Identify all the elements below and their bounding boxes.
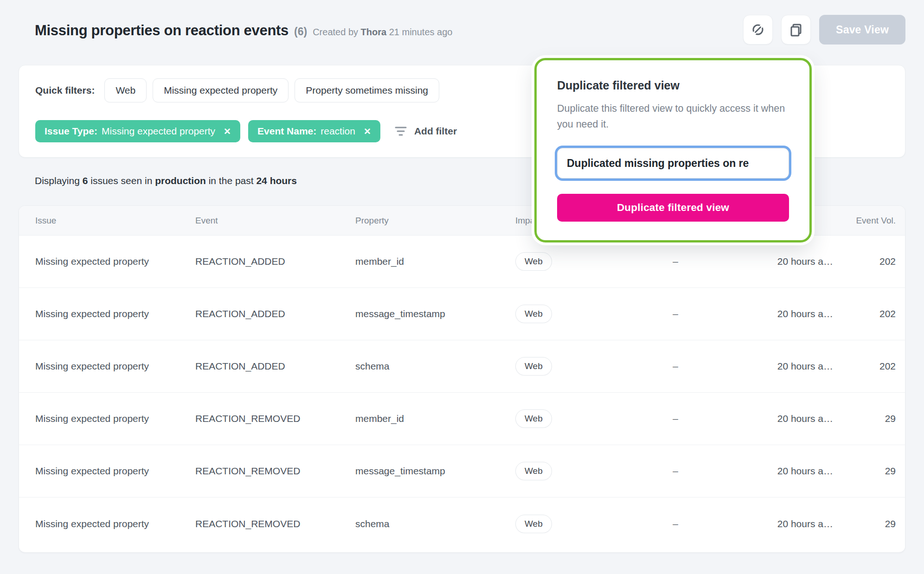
add-filter-button[interactable]: Add filter [394, 125, 457, 137]
page-header: Missing properties on reaction events (6… [35, 22, 452, 39]
column-header-event: Event [179, 216, 339, 226]
results-summary: Displaying 6 issues seen in production i… [35, 175, 297, 186]
seen-cell: 20 hours a… [722, 256, 847, 267]
impact-cell: Web [499, 409, 629, 428]
seen-cell: 20 hours a… [722, 413, 847, 424]
event-volume-cell: 202 [847, 256, 905, 267]
created-by-text: Created by Thora 21 minutes ago [313, 27, 452, 38]
table-row[interactable]: Missing expected property REACTION_ADDED… [19, 288, 905, 340]
impact-cell: Web [499, 515, 629, 533]
remove-filter-icon[interactable]: ✕ [224, 126, 231, 137]
impact-cell: Web [499, 305, 629, 323]
duplicate-view-popover: Duplicate filtered view Duplicate this f… [534, 58, 812, 242]
property-cell: message_timestamp [339, 466, 499, 477]
issue-cell: Missing expected property [19, 361, 179, 372]
event-volume-cell: 29 [847, 518, 905, 529]
source-pill: Web [515, 515, 552, 533]
duplicate-view-button[interactable] [781, 15, 811, 45]
popover-description: Duplicate this filtered view to quickly … [557, 101, 789, 132]
property-cell: schema [339, 361, 499, 372]
popover-title: Duplicate filtered view [557, 79, 789, 92]
duplicate-filtered-view-button[interactable]: Duplicate filtered view [557, 194, 789, 222]
source-pill: Web [515, 305, 552, 323]
event-cell: REACTION_ADDED [179, 308, 339, 319]
event-volume-cell: 202 [847, 361, 905, 372]
event-cell: REACTION_REMOVED [179, 466, 339, 477]
duplicated-view-name-input[interactable] [557, 148, 789, 179]
issue-cell: Missing expected property [19, 466, 179, 477]
table-row[interactable]: Missing expected property REACTION_ADDED… [19, 340, 905, 393]
issue-cell: Missing expected property [19, 256, 179, 267]
summary-environment: production [155, 175, 206, 186]
column-header-event-vol: Event Vol. [847, 216, 905, 226]
issue-cell: Missing expected property [19, 518, 179, 529]
header-actions: Save View [743, 15, 905, 45]
quick-filters-label: Quick filters: [35, 85, 95, 96]
empty-cell: – [629, 413, 722, 424]
created-ago: 21 minutes ago [389, 27, 453, 37]
table-row[interactable]: Missing expected property REACTION_REMOV… [19, 393, 905, 445]
save-view-button[interactable]: Save View [819, 15, 905, 45]
issue-cell: Missing expected property [19, 413, 179, 424]
table-row[interactable]: Missing expected property REACTION_ADDED… [19, 236, 905, 288]
seen-cell: 20 hours a… [722, 361, 847, 372]
property-cell: member_id [339, 413, 499, 424]
event-cell: REACTION_ADDED [179, 256, 339, 267]
impact-cell: Web [499, 357, 629, 376]
seen-cell: 20 hours a… [722, 518, 847, 529]
impact-cell: Web [499, 462, 629, 480]
issue-count-badge: (6) [294, 26, 307, 38]
duplicate-icon [789, 22, 803, 37]
copy-link-button[interactable] [743, 15, 773, 45]
table-row[interactable]: Missing expected property REACTION_REMOV… [19, 497, 905, 550]
column-header-property: Property [339, 216, 499, 226]
issues-table: Issue Event Property Impact Event Vol. M… [19, 205, 905, 553]
summary-count: 6 [83, 175, 88, 186]
seen-cell: 20 hours a… [722, 466, 847, 477]
empty-cell: – [629, 308, 722, 319]
table-row[interactable]: Missing expected property REACTION_REMOV… [19, 445, 905, 497]
empty-cell: – [629, 256, 722, 267]
quick-filter-missing-expected-property[interactable]: Missing expected property [153, 78, 289, 102]
link-icon [751, 22, 765, 37]
active-filter-issue-type[interactable]: Issue Type: Missing expected property ✕ [35, 120, 240, 142]
event-volume-cell: 29 [847, 413, 905, 424]
event-cell: REACTION_REMOVED [179, 413, 339, 424]
seen-cell: 20 hours a… [722, 308, 847, 319]
issue-cell: Missing expected property [19, 308, 179, 319]
active-filter-event-name[interactable]: Event Name: reaction ✕ [248, 120, 380, 142]
event-cell: REACTION_REMOVED [179, 518, 339, 529]
source-pill: Web [515, 462, 552, 480]
event-volume-cell: 202 [847, 308, 905, 319]
author-name: Thora [361, 27, 387, 37]
issues-view-page: Missing properties on reaction events (6… [0, 0, 924, 574]
impact-cell: Web [499, 252, 629, 271]
property-cell: member_id [339, 256, 499, 267]
add-filter-label: Add filter [414, 126, 457, 137]
property-cell: schema [339, 518, 499, 529]
empty-cell: – [629, 466, 722, 477]
quick-filter-property-sometimes-missing[interactable]: Property sometimes missing [295, 78, 439, 102]
source-pill: Web [515, 357, 552, 376]
property-cell: message_timestamp [339, 308, 499, 319]
active-filters-row: Issue Type: Missing expected property ✕ … [35, 120, 457, 142]
filter-lines-icon [394, 125, 408, 137]
quick-filters-row: Quick filters: Web Missing expected prop… [35, 78, 439, 102]
quick-filter-web[interactable]: Web [104, 78, 147, 102]
column-header-issue: Issue [19, 216, 179, 226]
empty-cell: – [629, 518, 722, 529]
page-title: Missing properties on reaction events [35, 22, 289, 39]
event-volume-cell: 29 [847, 466, 905, 477]
summary-range: 24 hours [256, 175, 297, 186]
remove-filter-icon[interactable]: ✕ [364, 126, 371, 137]
empty-cell: – [629, 361, 722, 372]
source-pill: Web [515, 252, 552, 271]
event-cell: REACTION_ADDED [179, 361, 339, 372]
source-pill: Web [515, 409, 552, 428]
